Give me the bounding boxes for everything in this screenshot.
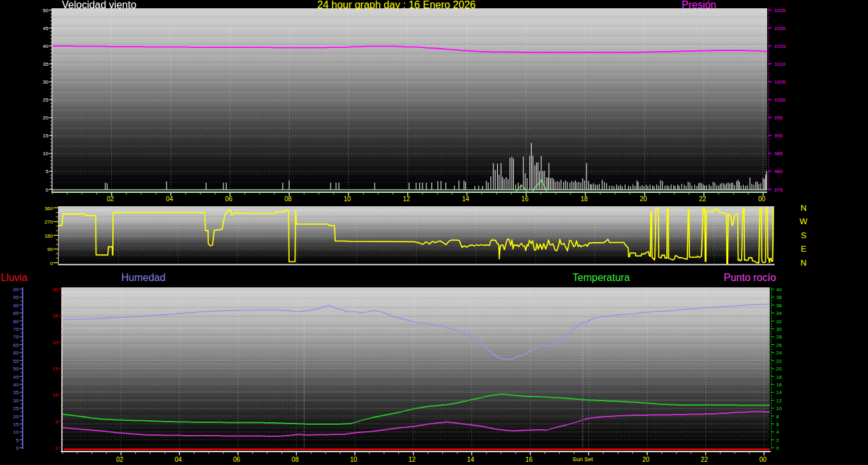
svg-text:14: 14 xyxy=(776,390,782,395)
svg-text:12: 12 xyxy=(403,195,410,202)
svg-text:34: 34 xyxy=(776,310,782,316)
svg-text:15: 15 xyxy=(43,133,49,139)
svg-text:N: N xyxy=(800,203,806,213)
svg-text:32: 32 xyxy=(776,319,782,324)
svg-text:38: 38 xyxy=(776,294,782,300)
svg-text:5: 5 xyxy=(56,419,59,425)
svg-text:40: 40 xyxy=(776,287,782,293)
svg-text:25: 25 xyxy=(43,97,49,103)
svg-text:10: 10 xyxy=(350,456,357,463)
svg-text:08: 08 xyxy=(285,195,292,202)
svg-text:1020: 1020 xyxy=(774,26,786,31)
svg-text:5: 5 xyxy=(16,438,19,443)
svg-text:15: 15 xyxy=(13,422,19,427)
svg-text:0: 0 xyxy=(50,261,54,266)
svg-text:04: 04 xyxy=(175,456,183,463)
svg-text:Sun Set: Sun Set xyxy=(572,456,594,462)
svg-text:22: 22 xyxy=(776,358,782,364)
svg-text:06: 06 xyxy=(225,195,233,202)
svg-text:22: 22 xyxy=(701,456,708,463)
svg-text:270: 270 xyxy=(45,219,54,225)
svg-text:10: 10 xyxy=(343,195,351,202)
svg-text:14: 14 xyxy=(467,456,475,463)
svg-text:0: 0 xyxy=(776,445,779,451)
svg-text:55: 55 xyxy=(13,358,19,364)
svg-text:00: 00 xyxy=(758,195,766,202)
svg-text:02: 02 xyxy=(116,456,124,463)
svg-text:12: 12 xyxy=(776,398,782,404)
svg-text:30: 30 xyxy=(52,287,58,293)
svg-text:Temperatura: Temperatura xyxy=(572,272,630,283)
svg-text:35: 35 xyxy=(13,390,19,395)
svg-text:00: 00 xyxy=(760,456,767,463)
svg-text:16: 16 xyxy=(525,456,533,463)
svg-text:20: 20 xyxy=(43,115,49,121)
svg-text:16: 16 xyxy=(776,382,782,388)
svg-text:75: 75 xyxy=(13,326,19,332)
svg-text:15: 15 xyxy=(52,366,58,372)
svg-text:60: 60 xyxy=(13,350,19,356)
svg-text:24: 24 xyxy=(776,350,782,356)
svg-text:50: 50 xyxy=(13,366,19,372)
svg-text:18: 18 xyxy=(581,195,588,202)
svg-text:985: 985 xyxy=(774,151,783,156)
svg-text:E: E xyxy=(801,244,807,254)
svg-text:04: 04 xyxy=(166,195,174,202)
svg-text:30: 30 xyxy=(43,79,49,85)
svg-text:70: 70 xyxy=(13,334,19,340)
svg-text:02: 02 xyxy=(107,195,114,202)
svg-text:26: 26 xyxy=(776,342,782,348)
svg-text:Humedad: Humedad xyxy=(121,272,165,283)
svg-text:10: 10 xyxy=(52,392,58,398)
svg-text:12: 12 xyxy=(408,456,416,463)
svg-text:22: 22 xyxy=(699,195,707,202)
svg-text:980: 980 xyxy=(774,169,783,174)
svg-text:5: 5 xyxy=(46,169,49,174)
svg-text:6: 6 xyxy=(776,422,779,427)
svg-text:25: 25 xyxy=(52,313,58,319)
svg-text:990: 990 xyxy=(774,133,783,139)
svg-text:1015: 1015 xyxy=(774,43,786,49)
svg-text:45: 45 xyxy=(13,374,19,380)
svg-text:25: 25 xyxy=(13,406,19,411)
svg-text:00: 00 xyxy=(13,287,19,293)
svg-text:10: 10 xyxy=(13,429,19,435)
svg-text:06: 06 xyxy=(233,456,241,463)
svg-text:995: 995 xyxy=(774,115,783,121)
svg-text:90: 90 xyxy=(13,303,19,309)
svg-text:0: 0 xyxy=(56,445,59,451)
svg-text:N: N xyxy=(800,258,806,268)
svg-text:1000: 1000 xyxy=(774,97,786,103)
svg-text:1005: 1005 xyxy=(774,79,786,85)
svg-text:20: 20 xyxy=(52,340,58,346)
svg-text:40: 40 xyxy=(43,43,49,49)
svg-text:0: 0 xyxy=(46,187,49,193)
svg-text:4: 4 xyxy=(776,429,779,435)
svg-text:Lluvia: Lluvia xyxy=(1,272,27,283)
svg-text:30: 30 xyxy=(776,326,782,332)
svg-text:85: 85 xyxy=(13,310,19,316)
svg-text:20: 20 xyxy=(13,414,19,420)
svg-text:16: 16 xyxy=(521,195,529,202)
svg-text:28: 28 xyxy=(776,334,782,340)
svg-text:50: 50 xyxy=(43,8,49,13)
svg-text:1025: 1025 xyxy=(774,8,786,13)
svg-text:10: 10 xyxy=(43,151,49,156)
svg-text:30: 30 xyxy=(13,398,19,404)
svg-text:08: 08 xyxy=(292,456,299,463)
svg-text:Velocidad viento: Velocidad viento xyxy=(62,0,137,10)
svg-text:180: 180 xyxy=(45,233,54,239)
svg-text:8: 8 xyxy=(776,414,779,420)
svg-text:35: 35 xyxy=(43,61,49,67)
svg-text:80: 80 xyxy=(13,319,19,324)
svg-text:24 hour graph day : 16 Enero 2: 24 hour graph day : 16 Enero 2026 xyxy=(317,0,475,10)
svg-text:90: 90 xyxy=(47,247,53,252)
svg-text:0: 0 xyxy=(16,445,19,451)
svg-text:45: 45 xyxy=(43,26,49,31)
svg-text:18: 18 xyxy=(776,374,782,380)
svg-text:40: 40 xyxy=(13,382,19,388)
svg-text:1010: 1010 xyxy=(774,61,786,67)
svg-text:Punto rocío: Punto rocío xyxy=(724,272,776,283)
svg-text:20: 20 xyxy=(776,366,782,372)
svg-text:W: W xyxy=(800,217,808,226)
